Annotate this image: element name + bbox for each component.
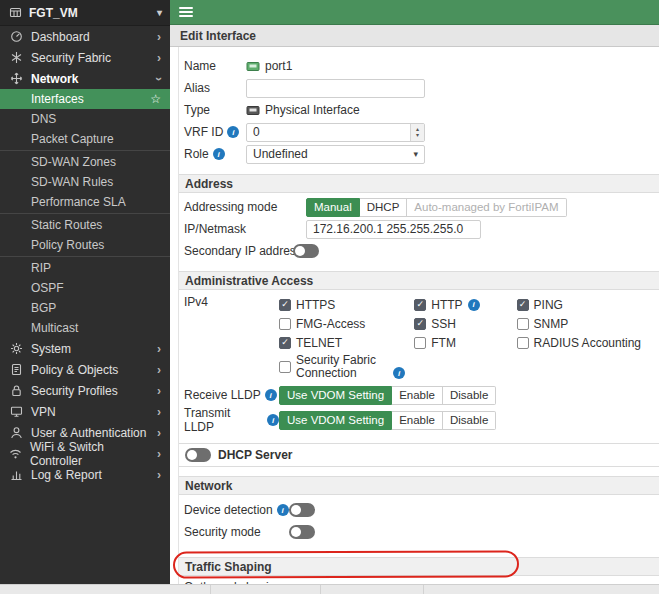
name-value: port1 — [265, 59, 292, 73]
interface-icon — [246, 61, 260, 72]
security-fabric-connection-checkbox[interactable]: Security Fabric Connection i — [279, 352, 414, 382]
user-icon — [9, 426, 23, 439]
enable-button[interactable]: Enable — [392, 411, 443, 430]
sidebar-item-dashboard[interactable]: Dashboard › — [0, 26, 170, 47]
alias-input[interactable] — [246, 79, 425, 98]
sidebar-item-interfaces[interactable]: Interfaces ☆ — [0, 89, 170, 109]
name-label: Name — [184, 59, 246, 73]
ping-checkbox[interactable]: PING — [517, 295, 659, 314]
menu-icon[interactable] — [179, 7, 193, 17]
enable-button[interactable]: Enable — [392, 386, 443, 405]
sidebar-item-policy-routes[interactable]: Policy Routes — [0, 235, 170, 255]
sidebar-subitem-label: Interfaces — [31, 92, 84, 106]
divider — [0, 213, 170, 214]
page-title: Edit Interface — [170, 25, 659, 47]
sidebar-item-bgp[interactable]: BGP — [0, 298, 170, 318]
sidebar-item-label: Security Fabric — [31, 51, 111, 65]
chevron-right-icon: › — [157, 384, 161, 398]
transmit-lldp-label: Transmit LLDP — [184, 406, 263, 434]
security-mode-row: Security mode — [179, 521, 659, 543]
checkbox — [414, 318, 426, 330]
auto-managed-button[interactable]: Auto-managed by FortiIPAM — [407, 198, 566, 217]
sidebar-item-rip[interactable]: RIP — [0, 258, 170, 278]
sidebar-item-dns[interactable]: DNS — [0, 109, 170, 129]
ssh-checkbox[interactable]: SSH — [414, 314, 516, 333]
hostname-selector[interactable]: FGT_VM ▾ — [0, 0, 170, 26]
info-icon[interactable]: i — [265, 389, 277, 401]
fmg-access-checkbox[interactable]: FMG-Access — [279, 314, 414, 333]
sidebar-item-system[interactable]: System › — [0, 338, 170, 359]
snmp-checkbox[interactable]: SNMP — [517, 314, 659, 333]
sidebar-item-wifi-switch[interactable]: WiFi & Switch Controller › — [0, 443, 170, 464]
checkbox — [517, 337, 529, 349]
radius-accounting-checkbox[interactable]: RADIUS Accounting — [517, 333, 659, 352]
receive-lldp-segmented: Use VDOM Setting Enable Disable — [279, 386, 496, 405]
addressing-mode-segmented: Manual DHCP Auto-managed by FortiIPAM — [306, 198, 567, 217]
addressing-mode-label: Addressing mode — [184, 200, 306, 214]
wifi-icon — [9, 447, 22, 460]
star-icon[interactable]: ☆ — [150, 92, 161, 106]
sidebar-item-sdwan-rules[interactable]: SD-WAN Rules — [0, 172, 170, 192]
checkbox — [279, 318, 291, 330]
physical-interface-icon — [246, 105, 260, 116]
dhcp-button[interactable]: DHCP — [360, 198, 408, 217]
sidebar-item-policy-objects[interactable]: Policy & Objects › — [0, 359, 170, 380]
sidebar-item-security-fabric[interactable]: Security Fabric › — [0, 47, 170, 68]
dhcp-server-label: DHCP Server — [218, 448, 292, 462]
sidebar-item-packet-capture[interactable]: Packet Capture — [0, 129, 170, 149]
security-mode-label: Security mode — [184, 525, 289, 539]
info-icon[interactable]: i — [393, 367, 405, 379]
ip-netmask-label: IP/Netmask — [184, 222, 306, 236]
sidebar-item-multicast[interactable]: Multicast — [0, 318, 170, 338]
sidebar-item-sdwan-zones[interactable]: SD-WAN Zones — [0, 152, 170, 172]
manual-button[interactable]: Manual — [306, 198, 360, 217]
info-icon[interactable]: i — [213, 148, 225, 160]
ftm-checkbox[interactable]: FTM — [414, 333, 516, 352]
info-icon[interactable]: i — [267, 414, 279, 426]
name-row: Name port1 — [179, 55, 659, 77]
secondary-ip-toggle[interactable] — [293, 244, 319, 258]
divider — [0, 150, 170, 151]
chevron-right-icon: › — [157, 405, 161, 419]
chevron-right-icon: › — [157, 468, 161, 482]
number-stepper[interactable]: ▴▾ — [410, 124, 424, 141]
security-fabric-icon — [9, 51, 23, 64]
lock-icon — [9, 384, 23, 397]
sidebar-item-security-profiles[interactable]: Security Profiles › — [0, 380, 170, 401]
transmit-lldp-segmented: Use VDOM Setting Enable Disable — [279, 411, 496, 430]
system-gear-icon — [9, 342, 23, 355]
fortigate-app: FGT_VM ▾ Dashboard › Security Fabric › N… — [0, 0, 659, 594]
role-row: Rolei Undefined ▾ — [179, 143, 659, 165]
alias-row: Alias — [179, 77, 659, 99]
info-icon[interactable]: i — [468, 299, 480, 311]
alias-label: Alias — [184, 81, 246, 95]
info-icon[interactable]: i — [227, 126, 239, 138]
security-mode-toggle[interactable] — [289, 525, 315, 539]
https-checkbox[interactable]: HTTPS — [279, 295, 414, 314]
role-dropdown[interactable]: Undefined ▾ — [246, 145, 425, 164]
ip-netmask-input[interactable] — [306, 220, 481, 239]
network-icon — [9, 72, 23, 85]
disable-button[interactable]: Disable — [443, 386, 496, 405]
traffic-shaping-section-header: Traffic Shaping — [179, 557, 659, 576]
policy-objects-icon — [9, 363, 23, 376]
sidebar-item-performance-sla[interactable]: Performance SLA — [0, 192, 170, 212]
use-vdom-setting-button[interactable]: Use VDOM Setting — [279, 386, 392, 405]
receive-lldp-label: Receive LLDP — [184, 388, 261, 402]
http-checkbox[interactable]: HTTP i — [414, 295, 516, 314]
use-vdom-setting-button[interactable]: Use VDOM Setting — [279, 411, 392, 430]
telnet-checkbox[interactable]: TELNET — [279, 333, 414, 352]
main-content: Edit Interface Name port1 Alias Type Phy… — [170, 0, 659, 594]
info-icon[interactable]: i — [277, 504, 289, 516]
vrf-input[interactable] — [246, 123, 425, 142]
sidebar-item-ospf[interactable]: OSPF — [0, 278, 170, 298]
sidebar-item-static-routes[interactable]: Static Routes — [0, 215, 170, 235]
disable-button[interactable]: Disable — [443, 411, 496, 430]
device-detection-toggle[interactable] — [289, 503, 315, 517]
sidebar-item-vpn[interactable]: VPN › — [0, 401, 170, 422]
sidebar-item-label: Dashboard — [31, 30, 90, 44]
dhcp-server-toggle[interactable] — [185, 448, 211, 462]
checkbox — [414, 337, 426, 349]
caret-down-icon: ▾ — [157, 7, 162, 18]
sidebar-item-network[interactable]: Network › — [0, 68, 170, 89]
